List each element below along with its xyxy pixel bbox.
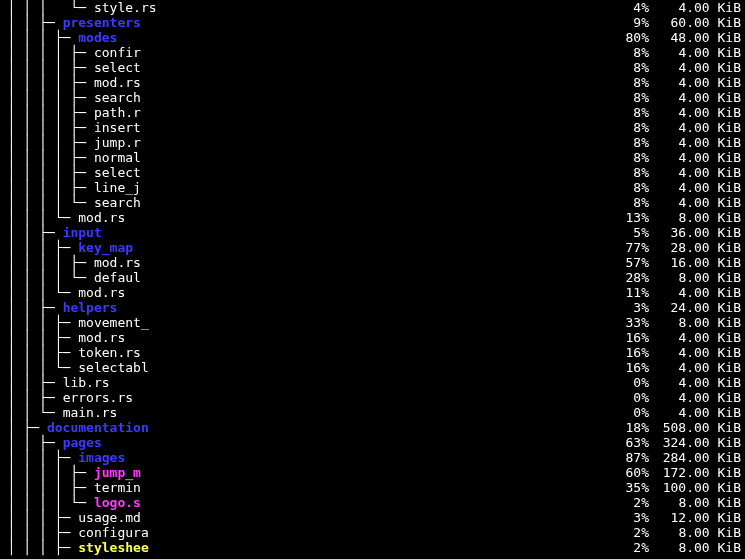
entry-name: mod.rs	[94, 75, 141, 90]
tree-row[interactable]: │ │ │ │ ├─ search8%4.00 KiB	[0, 90, 745, 105]
tree-branch: │ │ │ └─ mod.rs	[0, 285, 125, 300]
entry-name: style.rs	[94, 0, 157, 15]
tree-row[interactable]: │ │ │ │ ├─ mod.rs57%16.00 KiB	[0, 255, 745, 270]
tree-row[interactable]: │ │ │ └─ selectabl16%4.00 KiB	[0, 360, 745, 375]
size: 4.00 KiB	[649, 165, 745, 180]
tree-row[interactable]: │ │ ├─ errors.rs0%4.00 KiB	[0, 390, 745, 405]
tree-branch: │ │ │ ├─ token.rs	[0, 345, 141, 360]
tree-row[interactable]: │ │ │ └─ mod.rs11%4.00 KiB	[0, 285, 745, 300]
tree-row[interactable]: │ │ │ ├─ styleshee2%8.00 KiB	[0, 540, 745, 555]
tree-row[interactable]: │ │ │ └─ mod.rs13%8.00 KiB	[0, 210, 745, 225]
size: 172.00 KiB	[649, 465, 745, 480]
tree-row[interactable]: │ │ │ ├─ key_map77%28.00 KiB	[0, 240, 745, 255]
tree-row[interactable]: │ │ │ ├─ mod.rs16%4.00 KiB	[0, 330, 745, 345]
size: 8.00 KiB	[649, 270, 745, 285]
entry-name: input	[63, 225, 102, 240]
tree-branch: │ │ │ │ └─ search	[0, 195, 141, 210]
tree-row[interactable]: │ │ ├─ pages63%324.00 KiB	[0, 435, 745, 450]
tree-row[interactable]: │ ├─ documentation18%508.00 KiB	[0, 420, 745, 435]
tree-row[interactable]: │ │ │ ├─ usage.md3%12.00 KiB	[0, 510, 745, 525]
entry-name: pages	[63, 435, 102, 450]
tree-row[interactable]: │ │ │ ├─ token.rs16%4.00 KiB	[0, 345, 745, 360]
entry-name: modes	[78, 30, 117, 45]
entry-name: mod.rs	[78, 285, 125, 300]
tree-row[interactable]: │ │ │ │ └─ search8%4.00 KiB	[0, 195, 745, 210]
percent: 28%	[595, 270, 649, 285]
size: 8.00 KiB	[649, 540, 745, 555]
tree-row[interactable]: │ │ │ └─ style.rs4%4.00 KiB	[0, 0, 745, 15]
percent: 2%	[595, 495, 649, 510]
tree-row[interactable]: │ │ │ ├─ configura2%8.00 KiB	[0, 525, 745, 540]
entry-name: documentation	[47, 420, 149, 435]
size: 4.00 KiB	[649, 360, 745, 375]
size: 4.00 KiB	[649, 45, 745, 60]
tree-row[interactable]: │ │ │ ├─ images87%284.00 KiB	[0, 450, 745, 465]
percent: 8%	[595, 150, 649, 165]
percent: 8%	[595, 60, 649, 75]
tree-row[interactable]: │ │ ├─ input5%36.00 KiB	[0, 225, 745, 240]
size: 4.00 KiB	[649, 135, 745, 150]
tree-row[interactable]: │ │ │ │ ├─ path.r8%4.00 KiB	[0, 105, 745, 120]
tree-branch: │ │ ├─ helpers	[0, 300, 117, 315]
tree-row[interactable]: │ │ ├─ helpers3%24.00 KiB	[0, 300, 745, 315]
entry-name: mod.rs	[94, 255, 141, 270]
percent: 0%	[595, 375, 649, 390]
percent: 0%	[595, 405, 649, 420]
entry-name: jump_m	[94, 465, 141, 480]
tree-row[interactable]: │ │ │ │ └─ defaul28%8.00 KiB	[0, 270, 745, 285]
tree-branch: │ │ │ │ ├─ jump_m	[0, 465, 141, 480]
tree-row[interactable]: │ │ │ │ ├─ select8%4.00 KiB	[0, 165, 745, 180]
entry-name: images	[78, 450, 125, 465]
size: 4.00 KiB	[649, 285, 745, 300]
entry-name: styleshee	[78, 540, 148, 555]
tree-row[interactable]: │ │ └─ main.rs0%4.00 KiB	[0, 405, 745, 420]
size: 324.00 KiB	[649, 435, 745, 450]
percent: 8%	[595, 180, 649, 195]
tree-branch: │ │ │ └─ style.rs	[0, 0, 157, 15]
size: 4.00 KiB	[649, 330, 745, 345]
tree-branch: │ │ │ │ ├─ path.r	[0, 105, 141, 120]
size: 8.00 KiB	[649, 210, 745, 225]
tree-row[interactable]: │ │ │ │ ├─ jump_m60%172.00 KiB	[0, 465, 745, 480]
percent: 3%	[595, 300, 649, 315]
percent: 8%	[595, 195, 649, 210]
percent: 33%	[595, 315, 649, 330]
size: 8.00 KiB	[649, 315, 745, 330]
entry-name: helpers	[63, 300, 118, 315]
tree-branch: │ │ │ ├─ configura	[0, 525, 149, 540]
tree-branch: │ │ │ │ ├─ mod.rs	[0, 255, 141, 270]
tree-branch: │ │ ├─ input	[0, 225, 102, 240]
entry-name: token.rs	[78, 345, 141, 360]
tree-row[interactable]: │ │ │ │ ├─ jump.r8%4.00 KiB	[0, 135, 745, 150]
tree-row[interactable]: │ │ │ │ ├─ insert8%4.00 KiB	[0, 120, 745, 135]
size: 4.00 KiB	[649, 195, 745, 210]
percent: 77%	[595, 240, 649, 255]
tree-row[interactable]: │ │ │ │ ├─ confir8%4.00 KiB	[0, 45, 745, 60]
disk-usage-tree[interactable]: │ │ │ └─ style.rs4%4.00 KiB │ │ ├─ prese…	[0, 0, 745, 555]
tree-row[interactable]: │ │ ├─ lib.rs0%4.00 KiB	[0, 375, 745, 390]
percent: 4%	[595, 0, 649, 15]
size: 4.00 KiB	[649, 180, 745, 195]
tree-row[interactable]: │ │ │ │ ├─ mod.rs8%4.00 KiB	[0, 75, 745, 90]
tree-row[interactable]: │ │ │ ├─ modes80%48.00 KiB	[0, 30, 745, 45]
tree-row[interactable]: │ │ │ │ └─ logo.s2%8.00 KiB	[0, 495, 745, 510]
percent: 2%	[595, 525, 649, 540]
tree-row[interactable]: │ │ │ │ ├─ normal8%4.00 KiB	[0, 150, 745, 165]
tree-row[interactable]: │ │ │ │ ├─ select8%4.00 KiB	[0, 60, 745, 75]
tree-row[interactable]: │ │ │ │ ├─ termin35%100.00 KiB	[0, 480, 745, 495]
percent: 0%	[595, 390, 649, 405]
percent: 8%	[595, 120, 649, 135]
size: 4.00 KiB	[649, 75, 745, 90]
entry-name: defaul	[94, 270, 141, 285]
size: 4.00 KiB	[649, 150, 745, 165]
entry-name: search	[94, 90, 141, 105]
tree-branch: │ │ ├─ lib.rs	[0, 375, 110, 390]
entry-name: logo.s	[94, 495, 141, 510]
entry-name: usage.md	[78, 510, 141, 525]
size: 8.00 KiB	[649, 495, 745, 510]
tree-row[interactable]: │ │ │ │ ├─ line_j8%4.00 KiB	[0, 180, 745, 195]
tree-row[interactable]: │ │ ├─ presenters9%60.00 KiB	[0, 15, 745, 30]
tree-row[interactable]: │ │ │ ├─ movement_33%8.00 KiB	[0, 315, 745, 330]
tree-branch: │ │ │ │ ├─ mod.rs	[0, 75, 141, 90]
size: 100.00 KiB	[649, 480, 745, 495]
